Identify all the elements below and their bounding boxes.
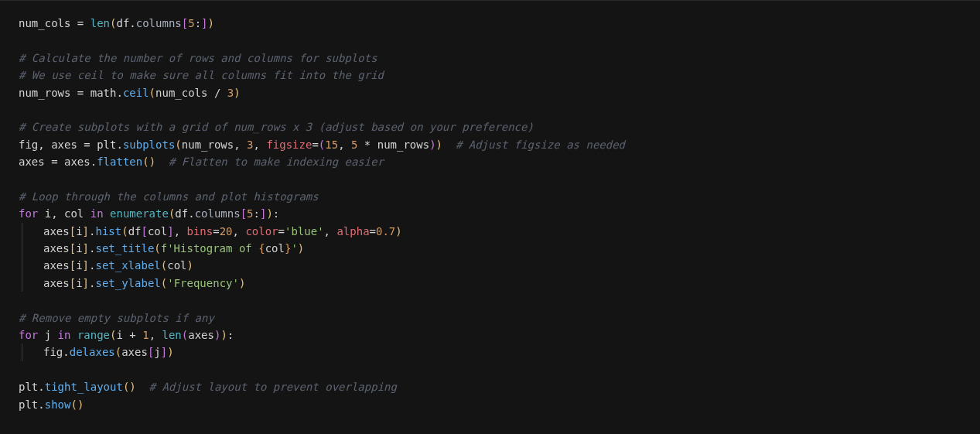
number: 3 <box>247 138 253 151</box>
empty-line[interactable] <box>19 361 961 378</box>
fstring: ' <box>291 242 297 255</box>
paren: ( <box>149 87 155 99</box>
operator: = <box>45 155 64 168</box>
empty-line[interactable] <box>19 101 961 118</box>
keyword: in <box>90 207 104 220</box>
variable: j <box>38 329 57 341</box>
variable: fig <box>19 138 38 151</box>
paren: ) <box>167 346 173 358</box>
variable: axes <box>51 138 77 151</box>
comma: , <box>51 207 64 220</box>
code-line[interactable]: axes = axes.flatten() # Flatten to make … <box>19 153 961 170</box>
keyword: in <box>58 329 71 341</box>
method: set_ylabel <box>95 277 160 289</box>
string: 'Frequency' <box>167 277 239 289</box>
module: math <box>90 87 117 99</box>
code-line[interactable]: fig.delaxes(axes[j]) <box>19 343 961 361</box>
indent-guide: axes[i].set_xlabel(col) <box>22 257 193 274</box>
builtin-func: len <box>90 17 110 29</box>
variable: axes <box>43 225 70 238</box>
method: show <box>45 398 71 411</box>
variable: i <box>76 259 82 272</box>
comment: # Loop through the columns and plot hist… <box>19 190 319 203</box>
operator: = <box>278 225 285 238</box>
method: subplots <box>123 138 175 151</box>
number: 15 <box>325 138 338 151</box>
code-line[interactable]: # Calculate the number of rows and colum… <box>19 50 961 67</box>
code-line[interactable]: axes[i].set_title(f'Histogram of {col}') <box>19 240 961 257</box>
comma: , <box>324 225 337 238</box>
paren: ( <box>319 138 325 151</box>
paren: ) <box>187 259 193 272</box>
code-line[interactable]: axes[i].set_ylabel('Frequency') <box>19 275 961 292</box>
code-line[interactable]: axes[i].hist(df[col], bins=20, color='bl… <box>19 223 961 240</box>
code-editor[interactable]: num_cols = len(df.columns[5:]) # Calcula… <box>0 0 980 434</box>
variable: axes <box>188 329 214 341</box>
paren: ) <box>220 329 227 341</box>
variable: i <box>116 329 122 341</box>
keyword: for <box>19 329 38 341</box>
dot: . <box>90 155 97 168</box>
empty-line[interactable] <box>19 171 961 188</box>
bracket: ] <box>201 17 207 29</box>
bracket: ] <box>161 346 167 358</box>
code-line[interactable]: # Create subplots with a grid of num_row… <box>19 118 961 135</box>
paren: ) <box>234 87 240 99</box>
code-line[interactable]: # We use ceil to make sure all columns f… <box>19 67 961 84</box>
method: flatten <box>97 155 142 168</box>
operator: + <box>123 329 142 341</box>
paren: ) <box>77 398 84 411</box>
string: 'blue' <box>285 225 324 238</box>
code-line[interactable]: num_cols = len(df.columns[5:]) <box>19 15 961 32</box>
bracket: ] <box>83 242 89 255</box>
fstring: f'Histogram of <box>161 242 258 255</box>
bracket: [ <box>70 242 76 255</box>
code-line[interactable]: plt.show() <box>19 396 961 413</box>
dot: . <box>116 87 122 99</box>
bracket: [ <box>182 17 188 29</box>
comma: , <box>38 138 51 151</box>
operator: = <box>70 87 90 99</box>
method: ceil <box>123 87 149 99</box>
number: 5 <box>247 207 253 220</box>
comment: # Adjust figsize as needed <box>442 138 625 151</box>
comma: , <box>254 138 267 151</box>
empty-line[interactable] <box>19 292 961 309</box>
dot: . <box>188 207 194 220</box>
module: plt <box>19 398 38 411</box>
code-line[interactable]: # Remove empty subplots if any <box>19 309 961 326</box>
kwarg: figsize <box>266 138 312 151</box>
variable: num_rows <box>377 138 429 151</box>
number: 0.7 <box>376 225 395 238</box>
paren: ) <box>129 381 135 393</box>
code-line[interactable]: num_rows = math.ceil(num_cols / 3) <box>19 84 961 101</box>
dot: . <box>38 398 44 411</box>
empty-line[interactable] <box>19 32 961 49</box>
builtin-func: len <box>162 329 182 341</box>
variable: col <box>148 225 167 238</box>
comment: # Flatten to make indexing easier <box>155 155 384 168</box>
dot: . <box>63 346 69 358</box>
code-line[interactable]: plt.tight_layout() # Adjust layout to pr… <box>19 378 961 395</box>
paren: ( <box>115 346 121 358</box>
bracket: [ <box>70 225 76 238</box>
paren: ) <box>395 225 401 238</box>
kwarg: bins <box>187 225 213 238</box>
paren: ) <box>266 207 272 220</box>
paren: ) <box>208 17 214 29</box>
colon: : <box>273 207 279 220</box>
code-line[interactable]: for i, col in enumerate(df.columns[5:]): <box>19 205 961 222</box>
keyword: for <box>19 207 38 220</box>
code-line[interactable]: for j in range(i + 1, len(axes)): <box>19 326 961 343</box>
paren: ( <box>121 225 128 238</box>
code-line[interactable]: # Loop through the columns and plot hist… <box>19 188 961 205</box>
attribute: columns <box>195 207 241 220</box>
variable: axes <box>43 242 70 255</box>
module: plt <box>97 138 116 151</box>
variable: df <box>175 207 188 220</box>
paren: ( <box>154 242 160 255</box>
code-line[interactable]: fig, axes = plt.subplots(num_rows, 3, fi… <box>19 136 961 153</box>
colon: : <box>195 17 201 29</box>
code-line[interactable]: axes[i].set_xlabel(col) <box>19 257 961 274</box>
paren: ) <box>149 155 155 168</box>
